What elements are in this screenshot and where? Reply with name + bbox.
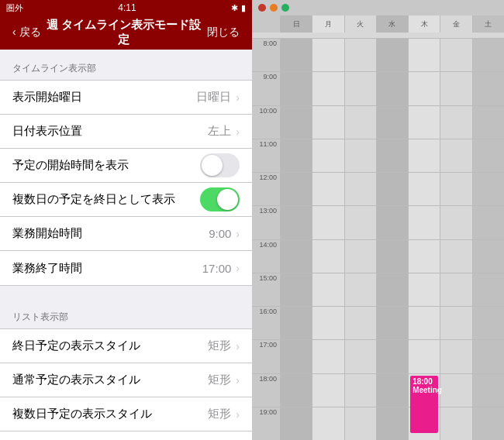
day-header-cell: 水 <box>376 15 408 33</box>
calendar-cell: 14:00 <box>252 239 280 273</box>
calendar-cell <box>472 205 504 239</box>
row-multiday-allday[interactable]: 複数日の予定を終日として表示 <box>0 183 252 217</box>
row-label-multiday-style: 複数日予定の表示スタイル <box>12 407 208 421</box>
chevron-icon-normal-style: › <box>236 374 240 387</box>
event-time: 18:00 <box>413 377 436 386</box>
calendar-cell <box>376 172 408 205</box>
calendar-cell: 17:00 <box>252 339 280 373</box>
row-work-end[interactable]: 業務終了時間 17:00 › <box>0 251 252 285</box>
calendar-cell <box>408 239 440 273</box>
row-value-normal-style: 矩形 <box>208 373 231 387</box>
settings-group-list: 終日予定の表示スタイル 矩形 › 通常予定の表示スタイル 矩形 › 複数日予定の… <box>0 328 252 440</box>
time-label: 4:11 <box>118 2 136 13</box>
calendar-cell <box>376 339 408 373</box>
settings-panel: 圏外 4:11 ✱ ▮ ‹ 戻る 週 タイムライン表示モード設定 閉じる タイム… <box>0 0 252 440</box>
row-multiday-style[interactable]: 複数日予定の表示スタイル 矩形 › <box>0 397 252 431</box>
toggle-show-start-time[interactable] <box>200 153 240 177</box>
calendar-cell <box>344 239 376 273</box>
chevron-icon-work-end: › <box>236 262 240 274</box>
section-header-timeline: タイムライン表示部 <box>0 50 252 80</box>
calendar-cell <box>312 38 343 71</box>
calendar-cell <box>280 71 312 105</box>
day-header-cell: 木 <box>408 15 440 33</box>
bluetooth-icon: ✱ <box>231 3 238 13</box>
window-dot-green <box>281 4 289 12</box>
calendar-cell <box>376 273 408 306</box>
calendar-cell <box>472 172 504 205</box>
calendar-cell <box>472 38 504 71</box>
calendar-cell <box>440 139 471 172</box>
close-button[interactable]: 閉じる <box>202 22 244 43</box>
calendar-cell <box>344 306 376 339</box>
row-value-start-day: 日曜日 <box>196 90 231 105</box>
nav-bar: ‹ 戻る 週 タイムライン表示モード設定 閉じる <box>0 15 252 50</box>
calendar-event[interactable]: 18:00Meeting <box>410 376 438 433</box>
calendar-cell <box>344 407 376 440</box>
back-button[interactable]: ‹ 戻る <box>8 22 46 43</box>
calendar-cell <box>440 339 471 373</box>
calendar-cell <box>440 407 471 440</box>
row-label-normal-style: 通常予定の表示スタイル <box>12 373 208 387</box>
calendar-cell: 16:00 <box>252 306 280 339</box>
calendar-cell <box>408 105 440 139</box>
settings-content: タイムライン表示部 表示開始曜日 日曜日 › 日付表示位置 左上 › 予定の開始… <box>0 50 252 440</box>
row-start-day[interactable]: 表示開始曜日 日曜日 › <box>0 81 252 115</box>
calendar-cell: 19:00 <box>252 407 280 440</box>
calendar-cell <box>280 373 312 407</box>
toggle-multiday-allday[interactable] <box>200 187 240 211</box>
calendar-cell <box>472 105 504 139</box>
calendar-cell <box>280 239 312 273</box>
calendar-cell <box>312 373 343 407</box>
row-label-show-start-time: 予定の開始時間を表示 <box>12 158 200 173</box>
day-header-cell <box>252 15 280 33</box>
row-label-allday-style: 終日予定の表示スタイル <box>12 339 208 353</box>
row-label-start-day: 表示開始曜日 <box>12 90 196 105</box>
settings-group-timeline: 表示開始曜日 日曜日 › 日付表示位置 左上 › 予定の開始時間を表示 複数日の… <box>0 80 252 286</box>
row-work-start[interactable]: 業務開始時間 9:00 › <box>0 217 252 251</box>
calendar-cell <box>344 172 376 205</box>
calendar-window-header <box>252 0 504 15</box>
calendar-grid: 日月火水木金土8:009:0010:0011:0012:0013:0014:00… <box>252 15 504 440</box>
row-label-date-position: 日付表示位置 <box>12 124 208 139</box>
calendar-cell <box>408 139 440 172</box>
calendar-cell <box>472 373 504 407</box>
calendar-cell <box>312 205 343 239</box>
row-normal-style[interactable]: 通常予定の表示スタイル 矩形 › <box>0 363 252 397</box>
row-date-position[interactable]: 日付表示位置 左上 › <box>0 115 252 149</box>
calendar-cell <box>344 71 376 105</box>
calendar-cell: 9:00 <box>252 71 280 105</box>
calendar-cell <box>312 339 343 373</box>
calendar-cell <box>408 273 440 306</box>
row-allday-style[interactable]: 終日予定の表示スタイル 矩形 › <box>0 329 252 363</box>
calendar-cell <box>376 205 408 239</box>
row-task-style[interactable]: タスクの表示スタイル 丸矩形 › <box>0 431 252 440</box>
calendar-cell <box>376 373 408 407</box>
calendar-cell <box>440 105 471 139</box>
row-label-work-start: 業務開始時間 <box>12 226 209 241</box>
calendar-cell <box>408 205 440 239</box>
chevron-icon-allday-style: › <box>236 340 240 352</box>
calendar-cell <box>472 239 504 273</box>
window-dot-yellow <box>270 4 278 12</box>
row-show-start-time[interactable]: 予定の開始時間を表示 <box>0 149 252 183</box>
row-value-work-end: 17:00 <box>202 262 232 275</box>
calendar-cell <box>312 273 343 306</box>
calendar-cell <box>280 306 312 339</box>
day-header-cell: 月 <box>312 15 343 33</box>
calendar-cell <box>440 205 471 239</box>
calendar-cell <box>408 71 440 105</box>
calendar-cell <box>376 407 408 440</box>
calendar-cell <box>376 306 408 339</box>
calendar-cell: 18:00 <box>252 373 280 407</box>
section-header-list: リスト表示部 <box>0 298 252 328</box>
calendar-cell <box>344 339 376 373</box>
calendar-cell: 13:00 <box>252 205 280 239</box>
day-header-cell: 火 <box>344 15 376 33</box>
calendar-cell <box>472 339 504 373</box>
calendar-cell <box>408 339 440 373</box>
event-title: Meeting <box>413 386 436 394</box>
chevron-icon-start-day: › <box>236 91 240 104</box>
calendar-cell <box>408 306 440 339</box>
calendar-panel: 日月火水木金土8:009:0010:0011:0012:0013:0014:00… <box>252 0 504 440</box>
calendar-cell <box>312 172 343 205</box>
